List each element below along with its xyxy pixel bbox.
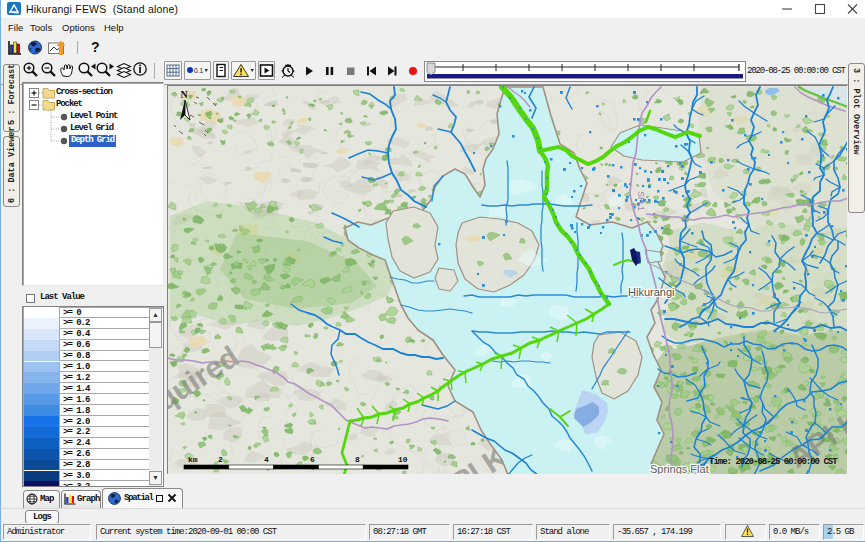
svg-text:0.1: 0.1 (194, 67, 203, 74)
svg-text:km: km (188, 455, 198, 464)
svg-text:10: 10 (398, 455, 408, 464)
svg-text:Time: 2020-08-25 00:00:00 CST: Time: 2020-08-25 00:00:00 CST (709, 457, 838, 467)
svg-text:Springs Flat: Springs Flat (650, 463, 709, 474)
svg-text:2: 2 (218, 455, 223, 464)
svg-text:4: 4 (264, 455, 269, 464)
svg-text:8: 8 (355, 455, 360, 464)
svg-text:Hikurangi: Hikurangi (628, 286, 674, 298)
svg-text:N: N (181, 89, 189, 100)
svg-text:6: 6 (310, 455, 315, 464)
svg-text:SH 1: SH 1 (636, 191, 646, 211)
